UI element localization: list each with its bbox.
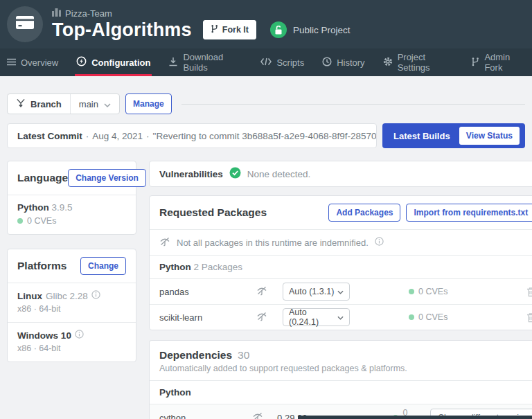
page-footer-edge bbox=[298, 416, 532, 419]
download-icon bbox=[168, 57, 178, 69]
branch-label-cell: Branch bbox=[8, 94, 71, 114]
platform-detail: Glibc 2.28 bbox=[46, 291, 88, 301]
pandas-version-select[interactable]: Auto (1.3.1) bbox=[283, 283, 350, 301]
info-icon[interactable] bbox=[75, 330, 84, 341]
nav-label: Project Settings bbox=[398, 52, 454, 73]
branch-value: main bbox=[79, 99, 98, 109]
platform-arch: x86 · 64-bit bbox=[17, 344, 126, 353]
delete-package-icon[interactable] bbox=[526, 287, 532, 297]
fork-button[interactable]: Fork It bbox=[203, 20, 256, 39]
dependencies-count: 30 bbox=[238, 349, 249, 362]
dependencies-title: Dependencies bbox=[159, 349, 232, 362]
language-card-title: Language bbox=[17, 172, 68, 184]
cve-status-dot bbox=[17, 218, 23, 224]
change-version-button[interactable]: Change Version bbox=[68, 169, 146, 187]
language-name: Python bbox=[17, 202, 49, 213]
nav-label: Scripts bbox=[276, 57, 304, 68]
commit-message: "Reverting to commit 3b688a5f-a2e9-4068-… bbox=[153, 131, 377, 141]
nav-tab-project-settings[interactable]: Project Settings bbox=[383, 48, 454, 76]
manage-button[interactable]: Manage bbox=[125, 93, 172, 114]
language-version: 3.9.5 bbox=[52, 202, 73, 213]
dependency-group-header: Python bbox=[150, 381, 532, 404]
check-circle-icon bbox=[229, 167, 241, 181]
dependencies-card: Dependencies 30 Automatically added to s… bbox=[149, 340, 532, 419]
package-row-pandas: pandas Auto (1.3.1) 0 CVEs bbox=[150, 279, 532, 304]
platform-name: Windows 10 bbox=[17, 330, 71, 341]
project-title: Top-Algorithms bbox=[52, 19, 192, 41]
commit-date: Aug 4, 2021 bbox=[92, 131, 143, 141]
nav-label: Admin Fork bbox=[484, 52, 525, 73]
group-count: 2 Packages bbox=[194, 262, 243, 272]
chevron-down-icon bbox=[337, 287, 344, 296]
vulnerabilities-card: Vulnerabilities None detected. bbox=[149, 161, 532, 187]
platforms-card-title: Platforms bbox=[17, 260, 67, 272]
nav-tab-download-builds[interactable]: Download Builds bbox=[168, 48, 242, 76]
selected-version: Auto (1.3.1) bbox=[289, 287, 334, 296]
commit-builds-row: Latest Commit · Aug 4, 2021 · "Reverting… bbox=[7, 123, 525, 148]
package-name: pandas bbox=[159, 287, 256, 297]
fork-button-label: Fork It bbox=[222, 25, 249, 35]
project-nav: Overview Configuration Download Builds S… bbox=[0, 48, 532, 76]
view-status-button[interactable]: View Status bbox=[459, 127, 520, 145]
page-content: Branch main Manage Latest Commit · Aug 4… bbox=[0, 93, 532, 419]
umbrella-slash-icon bbox=[252, 411, 277, 419]
change-platforms-button[interactable]: Change bbox=[80, 257, 126, 275]
platforms-card: Platforms Change Linux Glibc 2.28 x86 · … bbox=[7, 249, 136, 362]
nav-tab-scripts[interactable]: Scripts bbox=[260, 48, 304, 76]
vulnerabilities-status: None detected. bbox=[247, 169, 311, 179]
branch-bar: Branch main Manage bbox=[7, 93, 525, 114]
header-text: Pizza-Team Top-Algorithms Fork It Public… bbox=[52, 8, 351, 41]
project-avatar bbox=[7, 6, 43, 42]
info-icon[interactable] bbox=[91, 290, 100, 301]
package-cves: 0 CVEs bbox=[418, 287, 447, 296]
fork-icon bbox=[471, 57, 479, 69]
package-group-header: Python 2 Packages bbox=[150, 256, 532, 278]
nav-tab-history[interactable]: History bbox=[322, 48, 364, 76]
branch-label: Branch bbox=[30, 99, 62, 109]
nav-tab-configuration[interactable]: Configuration bbox=[76, 48, 150, 76]
project-window-icon bbox=[16, 16, 34, 33]
team-name[interactable]: Pizza-Team bbox=[65, 8, 112, 19]
organization-icon bbox=[52, 8, 61, 19]
latest-builds-bar: Latest Builds View Status bbox=[382, 123, 525, 148]
branch-divider-line bbox=[181, 104, 525, 105]
project-header: Pizza-Team Top-Algorithms Fork It Public… bbox=[0, 0, 532, 48]
info-icon[interactable] bbox=[375, 237, 384, 248]
language-card: Language Change Version Python 3.9.5 0 C… bbox=[7, 161, 136, 235]
main-column: Vulnerabilities None detected. Requested… bbox=[149, 161, 532, 419]
latest-builds-label: Latest Builds bbox=[393, 131, 459, 141]
requested-packages-title: Requested Packages bbox=[159, 206, 267, 219]
platform-arch: x86 · 64-bit bbox=[17, 304, 126, 314]
configuration-icon bbox=[76, 56, 87, 69]
branch-icon bbox=[16, 98, 26, 109]
latest-commit-label: Latest Commit bbox=[17, 131, 82, 141]
delete-package-icon[interactable] bbox=[526, 312, 532, 323]
add-packages-button[interactable]: Add Packages bbox=[328, 204, 400, 222]
umbrella-slash-icon bbox=[256, 285, 283, 298]
scikit-learn-version-select[interactable]: Auto (0.24.1) bbox=[283, 308, 350, 326]
selected-version: Auto (0.24.1) bbox=[289, 307, 337, 327]
nav-label: Configuration bbox=[91, 57, 150, 68]
vulnerabilities-title: Vulnerabilities bbox=[159, 169, 223, 179]
platform-item-linux: Linux Glibc 2.28 x86 · 64-bit bbox=[8, 283, 136, 322]
indemnification-note: Not all packages in this runtime are ind… bbox=[150, 230, 532, 255]
commit-separator: · bbox=[86, 131, 89, 141]
branch-control: Branch main bbox=[7, 93, 120, 114]
import-requirements-button[interactable]: Import from requirements.txt bbox=[406, 204, 532, 222]
nav-tab-overview[interactable]: Overview bbox=[7, 48, 58, 76]
left-sidebar: Language Change Version Python 3.9.5 0 C… bbox=[7, 161, 136, 362]
chevron-down-icon bbox=[104, 99, 111, 109]
platform-name: Linux bbox=[17, 291, 42, 301]
dependencies-subtitle: Automatically added to support requested… bbox=[159, 364, 532, 373]
nav-tab-admin-fork[interactable]: Admin Fork bbox=[471, 48, 525, 76]
gear-icon bbox=[383, 57, 393, 69]
dependency-name: cython bbox=[159, 413, 252, 419]
commit-separator: · bbox=[146, 131, 150, 141]
code-icon bbox=[260, 57, 272, 68]
visibility-label: Public Project bbox=[293, 25, 351, 35]
branch-select[interactable]: main bbox=[71, 99, 119, 109]
chevron-down-icon bbox=[337, 312, 344, 322]
group-language: Python bbox=[159, 387, 191, 398]
cve-status-dot bbox=[409, 314, 414, 320]
fork-icon bbox=[211, 24, 218, 35]
